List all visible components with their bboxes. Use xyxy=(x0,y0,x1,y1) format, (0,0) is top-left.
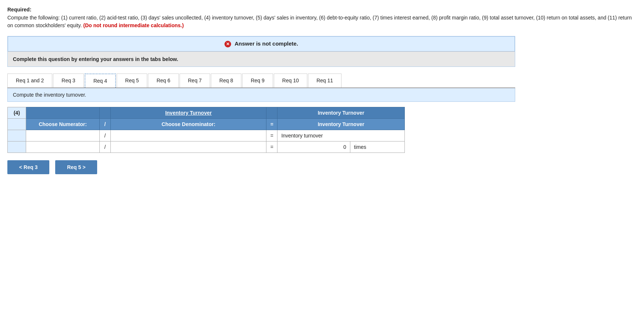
slash-1: / xyxy=(100,130,111,141)
outer-box: ✕ Answer is not complete. Complete this … xyxy=(7,36,515,67)
row-label-2 xyxy=(8,141,26,153)
result-header: Inventory Turnover xyxy=(277,107,405,119)
result-value-2: 0 xyxy=(277,141,350,153)
answer-banner-text: Answer is not complete. xyxy=(235,40,298,47)
units-2: times xyxy=(350,141,404,153)
title-cell: Inventory Turnover xyxy=(111,107,266,119)
tab-req5[interactable]: Req 5 xyxy=(117,74,147,87)
denominator-input-2[interactable] xyxy=(111,141,266,153)
section-table: (4) Inventory Turnover Inventory Turnove… xyxy=(7,107,405,153)
tab-req10[interactable]: Req 10 xyxy=(274,74,307,87)
tab-content: Compute the inventory turnover. xyxy=(7,88,515,102)
equals-header xyxy=(266,107,277,119)
denominator-input-1[interactable] xyxy=(111,130,266,141)
tab-req3[interactable]: Req 3 xyxy=(53,74,84,87)
answer-banner: ✕ Answer is not complete. xyxy=(8,36,515,51)
tab-req7[interactable]: Req 7 xyxy=(180,74,210,87)
row-num-sub xyxy=(8,119,26,130)
tab-req8[interactable]: Req 8 xyxy=(211,74,241,87)
slash-2: / xyxy=(100,141,111,153)
result-label-1: Inventory turnover xyxy=(277,130,405,141)
choose-denominator-header: Choose Denominator: xyxy=(111,119,266,130)
equals-2: = xyxy=(266,141,277,153)
tab-instruction: Compute the inventory turnover. xyxy=(13,92,86,98)
choose-numerator-header: Choose Numerator: xyxy=(26,119,100,130)
equals-1: = xyxy=(266,130,277,141)
row-number-header: (4) xyxy=(8,107,26,119)
complete-instruction: Complete this question by entering your … xyxy=(8,51,515,67)
x-icon: ✕ xyxy=(224,41,231,47)
tabs-row: Req 1 and 2 Req 3 Req 4 Req 5 Req 6 Req … xyxy=(7,74,515,88)
nav-buttons: < Req 3 Req 5 > xyxy=(7,160,637,174)
row-label-1 xyxy=(8,130,26,141)
tab-req4[interactable]: Req 4 xyxy=(85,74,116,87)
result-label-sub: Inventory Turnover xyxy=(277,119,405,130)
instructions-text: Compute the following: (1) current ratio… xyxy=(7,14,637,29)
numerator-header xyxy=(26,107,100,119)
slash-header xyxy=(100,107,111,119)
tab-req6[interactable]: Req 6 xyxy=(148,74,178,87)
highlight-text: (Do not round intermediate calculations.… xyxy=(83,22,184,28)
tab-req1and2[interactable]: Req 1 and 2 xyxy=(7,74,52,87)
next-button[interactable]: Req 5 > xyxy=(55,160,97,174)
equals-sub: = xyxy=(266,119,277,130)
numerator-input-1[interactable] xyxy=(26,130,100,141)
tab-req9[interactable]: Req 9 xyxy=(242,74,273,87)
required-heading: Required: xyxy=(7,7,637,12)
slash-sub: / xyxy=(100,119,111,130)
tab-req11[interactable]: Req 11 xyxy=(308,74,342,87)
prev-button[interactable]: < Req 3 xyxy=(7,160,49,174)
numerator-input-2[interactable] xyxy=(26,141,100,153)
